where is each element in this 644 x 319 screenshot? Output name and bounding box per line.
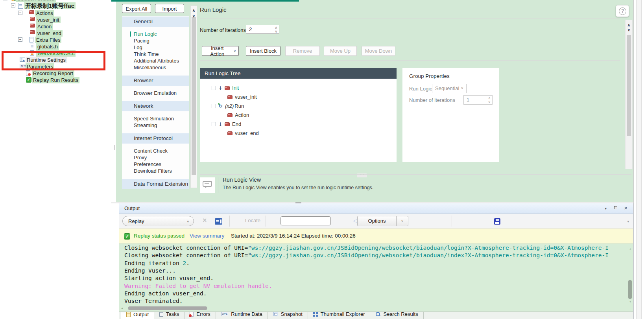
settings-nav-scrollbar[interactable]: ∧ ∨ (190, 6, 197, 188)
settings-nav-item-streaming[interactable]: Streaming (122, 122, 189, 129)
expander-icon[interactable]: − (212, 104, 216, 108)
group-iterations-label: Number of iterations (409, 97, 455, 103)
spin-up-icon[interactable]: ∧ (488, 96, 491, 100)
move-up-button[interactable]: Move Up (324, 46, 357, 56)
expander-icon[interactable]: − (212, 122, 216, 126)
output-tab-icon (126, 312, 131, 317)
help-button[interactable]: ? (616, 5, 629, 17)
search-input[interactable] (280, 216, 331, 225)
chevron-down-icon[interactable]: ▾ (605, 206, 607, 210)
tab-label: Errors (196, 312, 210, 317)
tree-item-label: Actions (35, 10, 54, 17)
spin-down-icon[interactable]: ∨ (488, 100, 491, 104)
scroll-up-icon[interactable]: ∧ (626, 23, 632, 28)
settings-nav-item-preferences[interactable]: Preferences (122, 161, 189, 168)
run-logic-node-end[interactable]: −↓End (200, 120, 397, 129)
clear-log-icon[interactable]: × (203, 216, 207, 225)
insert-action-button[interactable]: Insert Action∨ (202, 46, 239, 56)
tab-thumbnail-explorer[interactable]: Thumbnail Explorer (308, 312, 371, 319)
group-iterations-value: 1 (467, 97, 469, 103)
scrollbar-thumb[interactable] (627, 35, 631, 136)
group-iterations-stepper[interactable]: 1 ∧∨ (463, 95, 493, 105)
settings-nav-item-additional-attributes[interactable]: Additional Attributes (122, 57, 189, 64)
settings-nav-item-pacing[interactable]: Pacing (122, 37, 189, 44)
run-logic-node-label: vuser_end (235, 130, 259, 136)
expander-icon[interactable]: − (18, 37, 22, 42)
export-log-icon[interactable] (215, 218, 222, 225)
run-logic-node-vuser-init[interactable]: vuser_init (200, 92, 397, 101)
tab-snapshot[interactable]: Snapshot (268, 312, 308, 319)
button-label: Move Up (330, 48, 351, 54)
expander-icon[interactable]: − (18, 11, 22, 15)
chevron-down-icon: ▾ (187, 219, 189, 223)
tab-label: Tasks (166, 312, 179, 317)
spin-down-icon[interactable]: ∨ (275, 30, 277, 33)
tab-output[interactable]: Output (121, 312, 154, 319)
run-logic-scrollbar[interactable]: ∧ ∨ (625, 20, 633, 169)
scroll-down-icon[interactable]: ∨ (191, 14, 197, 18)
settings-nav-item-run-logic[interactable]: Run Logic (122, 31, 189, 37)
run-logic-node-run[interactable]: −↻(x2)Run (200, 101, 397, 111)
scrollbar-thumb[interactable] (628, 280, 632, 299)
settings-nav-item-log[interactable]: Log (122, 44, 189, 51)
remove-button[interactable]: Remove (285, 46, 320, 56)
close-icon[interactable]: × (624, 205, 627, 211)
tasks-tab-icon (159, 312, 163, 317)
vertical-splitter[interactable] (111, 0, 116, 202)
export-all-button[interactable]: Export All (122, 4, 151, 13)
settings-nav-item-proxy[interactable]: Proxy (122, 154, 189, 161)
settings-nav-item-content-check[interactable]: Content Check (122, 148, 189, 154)
log-mode-value: Replay (128, 218, 144, 224)
expander-icon[interactable]: − (3, 0, 7, 0)
down-arrow-icon: ↓ (218, 86, 222, 90)
iterations-value: 2 (249, 26, 252, 32)
run-logic-node-label: vuser_init (235, 94, 257, 100)
settings-nav-item-browser-emulation[interactable]: Browser Emulation (122, 90, 189, 96)
run-logic-node-action[interactable]: Action (200, 111, 397, 120)
output-panel-title: Output (124, 205, 140, 211)
settings-nav-item-think-time[interactable]: Think Time (122, 51, 189, 57)
run-logic-tree-title: Run Logic Tree (200, 68, 397, 79)
run-logic-node-label: End (232, 121, 241, 127)
scrollbar-thumb[interactable] (128, 306, 207, 310)
move-down-button[interactable]: Move Down (362, 46, 395, 56)
expander-icon[interactable]: − (11, 3, 15, 7)
caret-down-icon[interactable]: ∨ (397, 216, 408, 226)
output-console[interactable]: Closing websocket connection of URI="ws:… (119, 243, 633, 312)
insert-block-button[interactable]: Insert Block (246, 46, 280, 56)
log-mode-select[interactable]: Replay ▾ (122, 216, 194, 226)
options-button[interactable]: Options ∨ (357, 216, 408, 226)
settings-nav-item-download-filters[interactable]: Download Filters (122, 168, 189, 174)
settings-nav-item-speed-simulation[interactable]: Speed Simulation (122, 115, 189, 122)
settings-nav-item-miscellaneous[interactable]: Miscellaneous (122, 64, 189, 71)
group-run-logic-label: Run Logic (409, 86, 432, 92)
tab-tasks[interactable]: Tasks (154, 312, 185, 319)
left-arrow-icon[interactable]: ◂ (121, 306, 124, 311)
tri-up-icon[interactable]: ▴ (629, 247, 631, 251)
spin-up-icon[interactable]: ∧ (275, 26, 277, 30)
save-icon[interactable] (494, 218, 500, 225)
scroll-up-icon[interactable]: ∧ (191, 8, 197, 13)
tab-search-results[interactable]: Search Results (370, 312, 423, 319)
pin-icon[interactable] (613, 206, 617, 211)
scroll-down-icon[interactable]: ∨ (626, 28, 632, 32)
iterations-stepper[interactable]: 2 ∧∨ (246, 25, 279, 34)
view-summary-link[interactable]: View summary (190, 233, 224, 239)
tab-runtime-data[interactable]: <P>Runtime Data (216, 312, 268, 319)
group-run-logic-select[interactable]: Sequential ∨ (432, 84, 467, 93)
tri-down-icon[interactable]: ▾ (629, 300, 631, 304)
run-logic-node-vuser-end[interactable]: vuser_end (200, 129, 397, 138)
settings-category-data-format-extension: Data Format Extension (122, 179, 189, 189)
divider (452, 216, 452, 227)
expander-icon[interactable]: − (212, 86, 216, 90)
locate-button[interactable]: Locate (245, 218, 260, 223)
options-label[interactable]: Options (357, 216, 397, 226)
scrollbar-thumb[interactable] (192, 17, 196, 175)
window-scrollbar-strip[interactable] (633, 0, 644, 319)
import-button[interactable]: Import (155, 4, 184, 13)
chevron-down-icon[interactable]: ▾ (627, 219, 629, 223)
tab-errors[interactable]: Errors (185, 312, 216, 319)
run-logic-node-init[interactable]: −↓Init (200, 83, 397, 92)
view-info-description: The Run Logic View enables you to set th… (223, 185, 373, 190)
run-logic-node-label: Run (234, 103, 244, 109)
